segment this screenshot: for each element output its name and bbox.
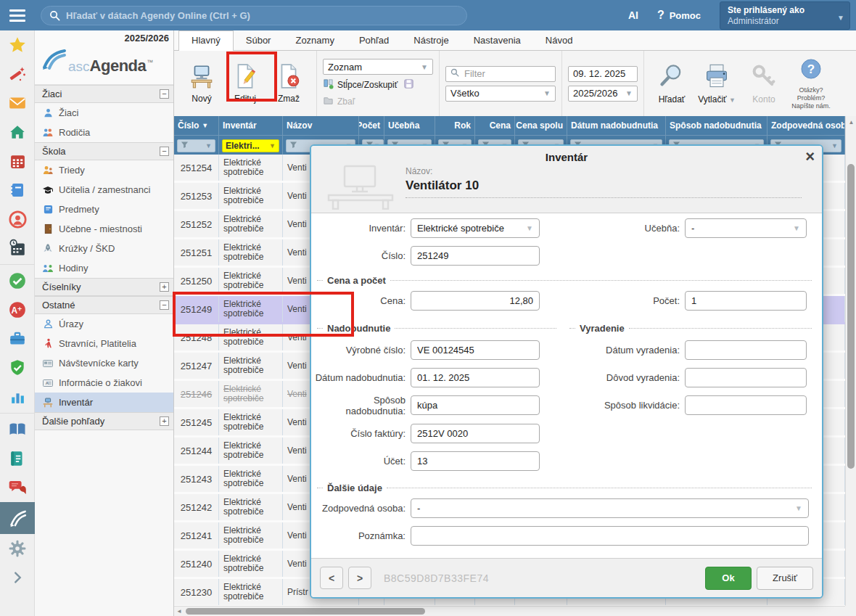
scroll-left-icon[interactable]: ◄	[176, 608, 182, 615]
find-button[interactable]: Hľadať	[650, 62, 694, 104]
edit-button[interactable]: Edituj	[223, 63, 267, 104]
inventar-select[interactable]: Elektrické spotrebiče▼	[411, 218, 540, 238]
tab-pohľad[interactable]: Pohľad	[347, 31, 401, 50]
wand-icon[interactable]	[0, 59, 35, 89]
briefcase-icon[interactable]	[0, 324, 35, 353]
filter-widget-číslo[interactable]: ▼	[177, 139, 215, 152]
tab-zoznamy[interactable]: Zoznamy	[283, 31, 346, 50]
pen-icon[interactable]	[0, 502, 35, 534]
sidebar-item-rodičia[interactable]: Rodičia	[35, 123, 173, 142]
prev-record-button[interactable]: <	[320, 567, 343, 589]
chevron-right-icon[interactable]	[0, 563, 35, 592]
cislo-input[interactable]	[411, 246, 540, 266]
sposob-nadobudnutia-input[interactable]	[411, 395, 540, 415]
column-header-dátum-nadobudnutia[interactable]: Dátum nadobudnutia	[567, 116, 666, 135]
ok-button[interactable]: Ok	[705, 567, 752, 590]
person-ring-icon[interactable]	[0, 205, 35, 234]
name-value[interactable]: Ventilátor 10	[406, 176, 802, 198]
library-icon[interactable]	[0, 415, 35, 444]
column-header-názov[interactable]: Názov	[283, 116, 359, 135]
tab-hlavný[interactable]: Hlavný	[178, 30, 234, 51]
datum-nadobudnutia-input[interactable]	[411, 368, 540, 387]
expand-icon[interactable]: +	[160, 282, 169, 292]
sidebar-item-návštevnícke-karty[interactable]: Návštevnícke karty	[35, 353, 173, 373]
pocet-input[interactable]	[685, 291, 807, 311]
ucebna-select[interactable]: -▼	[685, 218, 807, 238]
collapse-icon[interactable]: −	[160, 147, 169, 156]
help-button[interactable]: ? Pomoc	[657, 9, 701, 22]
column-header-inventár[interactable]: Inventár	[219, 116, 283, 135]
contact-us-button[interactable]: ? Otázky? Problém? Napíšte nám.	[789, 57, 833, 110]
sidebar-section-číselníky[interactable]: Číselníky+	[35, 278, 173, 296]
bar-chart-icon[interactable]	[0, 382, 35, 411]
column-header-rok[interactable]: Rok	[435, 116, 475, 135]
tab-súbor[interactable]: Súbor	[234, 31, 284, 50]
vertical-scrollbar[interactable]: ▲	[845, 116, 856, 606]
column-header-počet[interactable]: Počet	[359, 116, 384, 135]
horizontal-scroll-thumb[interactable]	[186, 608, 425, 615]
column-header-číslo[interactable]: Číslo▼	[174, 116, 219, 135]
ai-button[interactable]: AI	[628, 9, 638, 21]
house-icon[interactable]	[0, 118, 35, 147]
sidebar-item-hodiny[interactable]: Hodiny	[35, 258, 173, 278]
envelope-icon[interactable]	[0, 89, 35, 118]
vyrobne-cislo-input[interactable]	[411, 340, 540, 360]
dovod-vyradenia-input[interactable]	[685, 368, 807, 387]
cena-input[interactable]	[411, 291, 540, 311]
vertical-scroll-thumb[interactable]	[847, 164, 855, 469]
ucet-input[interactable]	[411, 451, 540, 471]
column-header-cena[interactable]: Cena	[475, 116, 515, 135]
tab-nastavenia[interactable]: Nastavenia	[461, 31, 533, 50]
scroll-up-icon[interactable]: ▲	[846, 119, 856, 126]
hamburger-menu-icon[interactable]	[0, 0, 35, 30]
collapse-icon[interactable]: −	[160, 89, 169, 99]
filter-input[interactable]	[463, 67, 551, 80]
shield-check-icon[interactable]	[0, 353, 35, 382]
date-field[interactable]: 09. 12. 2025	[568, 66, 638, 82]
a-plus-icon[interactable]: A⁺	[0, 295, 35, 324]
sidebar-item-stravníci-platitelia[interactable]: Stravníci, Platitelia	[35, 334, 173, 353]
sidebar-item-učebne-miestnosti[interactable]: Učebne - miestnosti	[35, 219, 173, 239]
check-circle-icon[interactable]	[0, 266, 35, 295]
collapse-icon[interactable]: −	[160, 300, 169, 310]
save-icon[interactable]	[403, 78, 414, 91]
sidebar-item-predmety[interactable]: Predmety	[35, 200, 173, 219]
new-button[interactable]: Nový	[180, 63, 223, 104]
school-year-select[interactable]: 2025/2026▼	[568, 86, 638, 102]
horizontal-scrollbar[interactable]: ◄	[174, 606, 845, 616]
column-header-spôsob-nadobudnutia[interactable]: Spôsob nadobudnutia	[666, 116, 767, 135]
filter-active-inventár[interactable]: Elektri...▼	[222, 139, 279, 152]
column-header-cena-spolu[interactable]: Cena spolu	[515, 116, 567, 135]
calendar-clock-icon[interactable]	[0, 234, 35, 263]
close-icon[interactable]: ×	[805, 149, 815, 165]
logged-in-user-dropdown[interactable]: Ste prihlásený ako Administrátor ▼	[720, 1, 850, 30]
notebook-icon[interactable]	[0, 176, 35, 205]
view-select[interactable]: Zoznam▼	[323, 59, 433, 75]
sidebar-section-ďalšie pohľady[interactable]: Ďalšie pohľady+	[35, 412, 173, 430]
filter-scope-select[interactable]: Všetko▼	[445, 86, 556, 102]
gear-icon[interactable]	[0, 534, 35, 563]
delete-button[interactable]: Zmaž	[267, 63, 310, 104]
sidebar-section-škola[interactable]: Škola−	[35, 142, 173, 160]
sidebar-item-triedy[interactable]: Triedy	[35, 160, 173, 180]
next-record-button[interactable]: >	[348, 567, 371, 589]
zodpovedna-osoba-select[interactable]: -▼	[411, 498, 809, 518]
sidebar-item-inventár[interactable]: Inventár	[35, 393, 173, 412]
poznamka-input[interactable]	[411, 526, 809, 546]
tab-návod[interactable]: Návod	[533, 31, 585, 50]
tab-nástroje[interactable]: Nástroje	[401, 31, 461, 50]
sidebar-section-žiaci[interactable]: Žiaci−	[35, 85, 173, 103]
chat-icon[interactable]	[0, 473, 35, 502]
columns-group-button[interactable]: Stĺpce/Zoskupiť	[323, 78, 398, 91]
cislo-faktury-input[interactable]	[411, 424, 540, 443]
print-button[interactable]: Vytlačiť ▼	[695, 62, 738, 104]
cancel-button[interactable]: Zrušiť	[757, 567, 813, 590]
sidebar-item-úrazy[interactable]: Úrazy	[35, 314, 173, 334]
column-header-zodpovedná-osoba[interactable]: Zodpovedná osoba	[767, 116, 845, 135]
column-header-učebňa[interactable]: Učebňa	[384, 116, 435, 135]
sposob-likvidacie-input[interactable]	[685, 395, 807, 415]
search-input[interactable]	[41, 6, 467, 25]
document-icon[interactable]	[0, 444, 35, 473]
sidebar-section-ostatné[interactable]: Ostatné−	[35, 296, 173, 314]
datum-vyradenia-input[interactable]	[685, 340, 807, 360]
